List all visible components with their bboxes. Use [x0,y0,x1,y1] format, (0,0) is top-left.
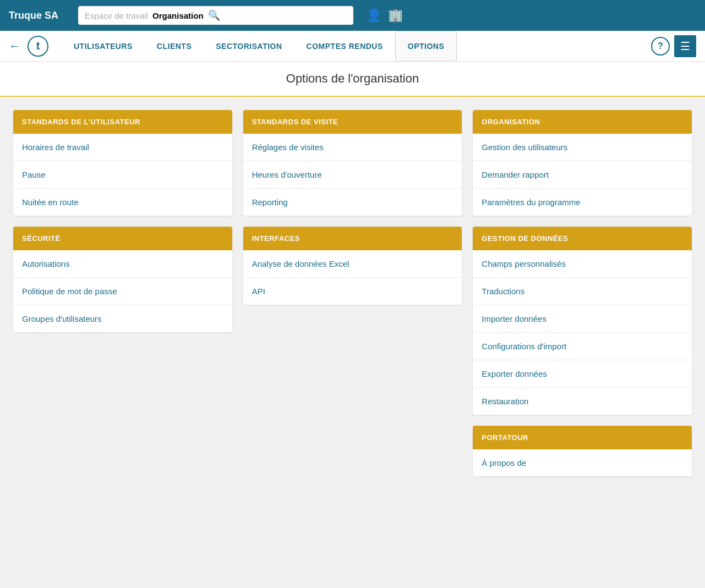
card-body-standards-visite: Réglages de visites Heures d'ouverture R… [243,134,462,216]
nav-items: UTILISATEURS CLIENTS SECTORISATION COMPT… [62,31,647,62]
help-button[interactable]: ? [651,37,670,56]
link-restauration[interactable]: Restauration [473,388,692,415]
search-box[interactable]: Espace de travail Organisation 🔍 [78,6,353,25]
nav-logo[interactable]: t [28,36,48,57]
card-header-interfaces: INTERFACES [243,227,462,250]
app-title: Truque SA [9,10,58,21]
building-icon[interactable]: 🏢 [388,8,403,23]
card-organisation: ORGANISATION Gestion des utilisateurs De… [473,110,692,216]
main-content: STANDARDS DE L'UTILISATEUR Horaires de t… [0,97,705,490]
link-a-propos-de[interactable]: À propos de [473,449,692,476]
top-bar: Truque SA Espace de travail Organisation… [0,0,705,31]
card-header-standards-visite: STANDARDS DE VISITE [243,110,462,134]
card-header-securite: SÉCURITÉ [13,227,232,250]
card-body-securite: Autorisations Politique de mot de passe … [13,250,232,332]
card-standards-utilisateur: STANDARDS DE L'UTILISATEUR Horaires de t… [13,110,232,216]
link-reporting[interactable]: Reporting [243,189,462,216]
search-text-bold: Organisation [152,11,204,20]
page-title: Options de l'organisation [0,62,705,97]
card-portatour: PORTATOUR À propos de [473,426,692,476]
link-champs-personnalises[interactable]: Champs personnalisés [473,250,692,278]
link-traductions[interactable]: Traductions [473,278,692,305]
card-header-organisation: ORGANISATION [473,110,692,134]
card-standards-visite: STANDARDS DE VISITE Réglages de visites … [243,110,462,216]
link-groupes-dutilisateurs[interactable]: Groupes d'utilisateurs [13,305,232,332]
nav-right: ? ☰ [651,35,696,57]
card-header-portatour: PORTATOUR [473,426,692,449]
link-analyse-de-donnees-excel[interactable]: Analyse de données Excel [243,250,462,278]
card-header-standards-utilisateur: STANDARDS DE L'UTILISATEUR [13,110,232,134]
link-gestion-des-utilisateurs[interactable]: Gestion des utilisateurs [473,134,692,161]
card-gestion-donnees: GESTION DE DONNÉES Champs personnalisés … [473,227,692,415]
link-heures-douverture[interactable]: Heures d'ouverture [243,161,462,189]
link-pause[interactable]: Pause [13,161,232,189]
card-body-gestion-donnees: Champs personnalisés Traductions Importe… [473,250,692,415]
link-autorisations[interactable]: Autorisations [13,250,232,278]
link-api[interactable]: API [243,278,462,305]
menu-button[interactable]: ☰ [674,35,696,57]
card-body-standards-utilisateur: Horaires de travail Pause Nuitée en rout… [13,134,232,216]
nav-item-clients[interactable]: CLIENTS [145,31,204,62]
card-body-portatour: À propos de [473,449,692,476]
link-importer-donnees[interactable]: Importer données [473,305,692,333]
nav-item-sectorisation[interactable]: SECTORISATION [204,31,294,62]
card-header-gestion-donnees: GESTION DE DONNÉES [473,227,692,250]
nav-bar: ← t UTILISATEURS CLIENTS SECTORISATION C… [0,31,705,62]
link-configurations-dimport[interactable]: Configurations d'import [473,333,692,360]
logo-letter: t [36,40,40,52]
search-text-normal: Espace de travail [85,11,148,20]
link-parametres-du-programme[interactable]: Paramètres du programme [473,189,692,216]
top-icons: 👤 🏢 [367,8,403,23]
nav-item-utilisateurs[interactable]: UTILISATEURS [62,31,145,62]
card-body-organisation: Gestion des utilisateurs Demander rappor… [473,134,692,216]
user-icon[interactable]: 👤 [367,8,381,23]
col3-stack: GESTION DE DONNÉES Champs personnalisés … [473,227,692,476]
link-horaires-de-travail[interactable]: Horaires de travail [13,134,232,161]
search-icon[interactable]: 🔍 [208,9,220,21]
link-nuitee-en-route[interactable]: Nuitée en route [13,189,232,216]
link-demander-rapport[interactable]: Demander rapport [473,161,692,189]
card-body-interfaces: Analyse de données Excel API [243,250,462,305]
card-interfaces: INTERFACES Analyse de données Excel API [243,227,462,305]
link-politique-de-mot-de-passe[interactable]: Politique de mot de passe [13,278,232,305]
nav-item-options[interactable]: OPTIONS [395,31,457,62]
card-securite: SÉCURITÉ Autorisations Politique de mot … [13,227,232,332]
link-exporter-donnees[interactable]: Exporter données [473,360,692,388]
back-button[interactable]: ← [9,39,21,53]
link-reglages-de-visites[interactable]: Réglages de visites [243,134,462,161]
nav-item-comptes-rendus[interactable]: COMPTES RENDUS [294,31,395,62]
